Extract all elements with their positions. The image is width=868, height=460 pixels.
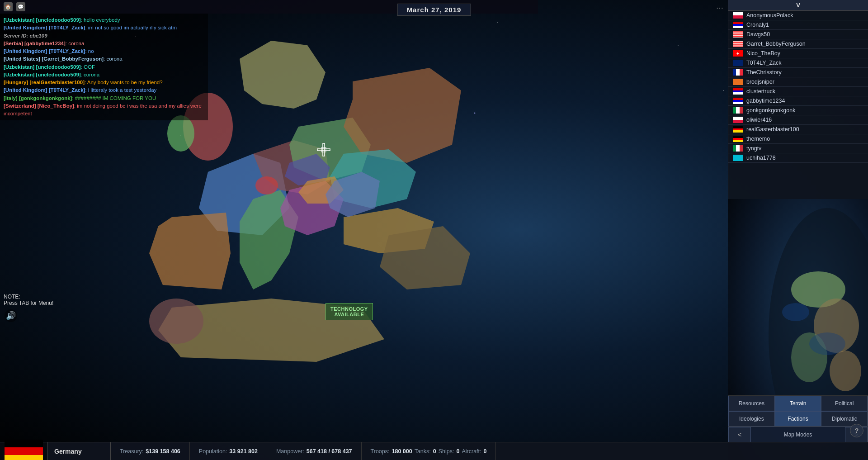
tech-line2: AVAILABLE bbox=[330, 312, 368, 317]
note-panel: NOTE: Press TAB for Menu! bbox=[4, 294, 53, 306]
chat-line: [Uzbekistan] [uncledoodoo509]: corona bbox=[4, 71, 204, 79]
player-name: TheChrisstory bbox=[746, 69, 782, 76]
svg-marker-9 bbox=[330, 149, 416, 208]
tech-available-indicator[interactable]: TECHNOLOGY AVAILABLE bbox=[326, 303, 373, 320]
player-name: Garret_BobbyFerguson bbox=[746, 41, 806, 47]
sound-icon[interactable]: 🔊 bbox=[5, 309, 17, 322]
player-name: thememo bbox=[746, 136, 770, 142]
map-btn-row-2: Ideologies Factions Diplomatic bbox=[728, 411, 868, 427]
player-flag bbox=[733, 79, 743, 85]
player-name: brodjsniper bbox=[746, 79, 774, 85]
player-row: T0T4LY_Zack bbox=[728, 58, 868, 68]
ships-value: 0 bbox=[457, 448, 460, 455]
chat-line: [United Kingdom] [T0T4LY_Zack]: im not s… bbox=[4, 24, 204, 32]
tech-line1: TECHNOLOGY bbox=[330, 306, 368, 312]
troops-label: Troops: bbox=[371, 448, 390, 455]
treasury-stat: Treasury: $139 158 406 bbox=[111, 442, 190, 460]
map-modes-prev-btn[interactable]: < bbox=[728, 427, 751, 442]
ships-label: Ships: bbox=[439, 448, 454, 455]
player-row: oliwier416 bbox=[728, 115, 868, 125]
player-flag bbox=[733, 98, 743, 104]
chat-line: [United Kingdom] [T0T4LY_Zack]: no bbox=[4, 47, 204, 55]
player-name: tyngtv bbox=[746, 145, 761, 152]
player-name: Nico_TheBoy bbox=[746, 50, 780, 57]
svg-point-28 bbox=[809, 332, 845, 355]
terrain-btn[interactable]: Terrain bbox=[775, 396, 821, 411]
svg-marker-11 bbox=[344, 208, 434, 253]
player-row: Dawgs50 bbox=[728, 30, 868, 39]
svg-marker-6 bbox=[240, 41, 326, 109]
svg-marker-2 bbox=[199, 154, 289, 235]
svg-rect-21 bbox=[321, 147, 326, 152]
player-name: AnonymousPolack bbox=[746, 12, 793, 19]
chat-icon[interactable]: 💬 bbox=[16, 2, 25, 11]
svg-point-26 bbox=[830, 351, 861, 391]
home-icon[interactable]: 🏠 bbox=[4, 2, 13, 11]
player-row: AnonymousPolack bbox=[728, 11, 868, 20]
status-bar: Germany Treasury: $139 158 406 Populatio… bbox=[0, 442, 868, 460]
player-flag bbox=[733, 126, 743, 133]
player-name: Cronaly1 bbox=[746, 22, 769, 28]
player-flag bbox=[733, 136, 743, 142]
svg-marker-17 bbox=[298, 176, 344, 204]
player-name: uchiha1778 bbox=[746, 155, 776, 161]
player-name: gabbytime1234 bbox=[746, 98, 785, 104]
player-name: clustertruck bbox=[746, 88, 775, 95]
manpower-value: 567 418 / 678 437 bbox=[307, 448, 352, 455]
players-panel: V AnonymousPolack Cronaly1 Dawgs50 Garre… bbox=[728, 0, 868, 199]
troops-stat: Troops: 180 000 Tanks: 0 Ships: 0 Aircra… bbox=[362, 442, 496, 460]
note-line1: NOTE: bbox=[4, 294, 53, 300]
political-btn[interactable]: Political bbox=[821, 396, 868, 411]
help-button[interactable]: ? bbox=[850, 424, 863, 437]
chat-line: [Italy] [gonkgonkgonkgonk]: ######### IM… bbox=[4, 95, 204, 102]
svg-marker-4 bbox=[253, 140, 330, 194]
player-row: tyngtv bbox=[728, 144, 868, 153]
factions-btn[interactable]: Factions bbox=[775, 411, 821, 427]
chat-line: [United Kingdom] [T0T4LY_Zack]: i litter… bbox=[4, 86, 204, 94]
player-flag bbox=[733, 117, 743, 123]
chat-line: [Hungary] [realGasterblaster100]: Any bo… bbox=[4, 79, 204, 86]
player-row: brodjsniper bbox=[728, 77, 868, 87]
chat-line: [Uzbekistan] [uncledoodoo509]: OOF bbox=[4, 63, 204, 71]
players-header: V bbox=[728, 0, 868, 11]
aircraft-label: Aircraft: bbox=[462, 448, 481, 455]
player-row: Cronaly1 bbox=[728, 20, 868, 30]
player-flag bbox=[733, 12, 743, 19]
ideologies-btn[interactable]: Ideologies bbox=[728, 411, 775, 427]
country-flag-box bbox=[0, 442, 47, 460]
player-row: Nico_TheBoy bbox=[728, 49, 868, 58]
map-modes-panel: Resources Terrain Political Ideologies F… bbox=[728, 395, 868, 442]
svg-point-27 bbox=[782, 303, 809, 321]
svg-point-16 bbox=[255, 176, 278, 194]
player-row: uchiha1778 bbox=[728, 153, 868, 163]
player-flag bbox=[733, 155, 743, 161]
chat-line: [Uzbekistan] [uncledoodoo509]: hello eve… bbox=[4, 16, 204, 24]
svg-marker-10 bbox=[280, 181, 344, 235]
svg-marker-13 bbox=[380, 226, 470, 289]
resources-btn[interactable]: Resources bbox=[728, 396, 775, 411]
aircraft-value: 0 bbox=[484, 448, 487, 455]
svg-marker-15 bbox=[285, 154, 330, 185]
player-flag bbox=[733, 88, 743, 95]
note-line2: Press TAB for Menu! bbox=[4, 300, 53, 306]
player-row: clustertruck bbox=[728, 87, 868, 96]
player-flag bbox=[733, 50, 743, 57]
diplomatic-btn[interactable]: Diplomatic bbox=[821, 411, 868, 427]
dots-menu-icon[interactable]: ⋯ bbox=[716, 4, 723, 12]
population-label: Population: bbox=[199, 448, 227, 455]
player-row: realGasterblaster100 bbox=[728, 125, 868, 134]
player-name: gonkgonkgonkgonk bbox=[746, 107, 795, 114]
population-stat: Population: 33 921 802 bbox=[190, 442, 267, 460]
player-row: TheChrisstory bbox=[728, 68, 868, 77]
player-name: oliwier416 bbox=[746, 117, 772, 123]
svg-marker-7 bbox=[289, 118, 371, 181]
treasury-label: Treasury: bbox=[120, 448, 143, 455]
svg-point-1 bbox=[167, 115, 194, 152]
player-flag bbox=[733, 41, 743, 47]
player-name: Dawgs50 bbox=[746, 31, 770, 38]
date-display: March 27, 2019 bbox=[397, 4, 471, 16]
player-flag bbox=[733, 107, 743, 114]
svg-marker-8 bbox=[344, 68, 461, 163]
chat-line: [United States] [Garret_BobbyFerguson]: … bbox=[4, 55, 204, 63]
troops-value: 180 000 bbox=[392, 448, 412, 455]
